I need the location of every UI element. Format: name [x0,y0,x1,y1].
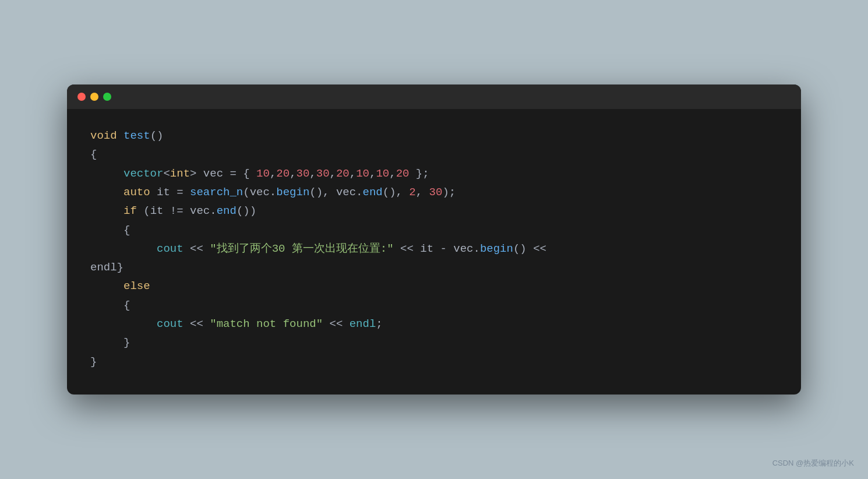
maximize-button[interactable] [103,93,111,101]
close-button[interactable] [77,93,86,101]
window-titlebar [67,84,801,109]
watermark: CSDN @热爱编程的小K [772,458,854,469]
code-content: void test() { vector<int> vec = { 10,20,… [67,109,801,395]
code-window: void test() { vector<int> vec = { 10,20,… [67,84,801,395]
minimize-button[interactable] [90,93,98,101]
